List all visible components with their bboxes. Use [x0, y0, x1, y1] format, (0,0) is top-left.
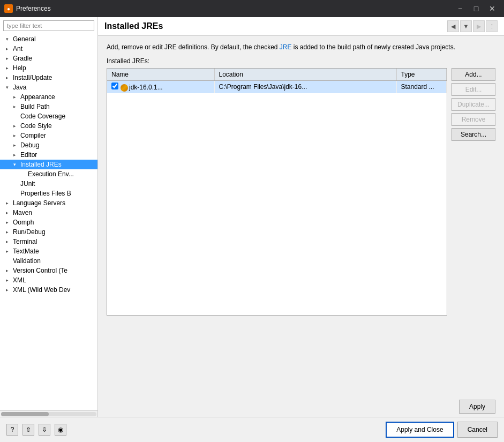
expand-arrow-general: ▾	[6, 36, 11, 42]
sidebar-item-validation[interactable]: Validation	[0, 256, 97, 266]
export-icon[interactable]: ⇧	[22, 424, 34, 436]
sidebar-item-label-xml: XML	[13, 276, 26, 284]
remove-button[interactable]: Remove	[452, 113, 495, 126]
expand-arrow-compiler: ▸	[13, 133, 19, 138]
nav-menu-button[interactable]: ⋮	[486, 20, 498, 32]
sidebar-item-general[interactable]: ▾General	[0, 34, 97, 44]
sidebar-item-install-update[interactable]: ▸Install/Update	[0, 73, 97, 83]
tree-area: ▾General▸Ant▸Gradle▸Help▸Install/Update▾…	[0, 34, 97, 410]
duplicate-button[interactable]: Duplicate...	[452, 98, 495, 111]
sidebar-item-label-execution-env: Execution Env...	[28, 170, 74, 178]
apply-and-close-button[interactable]: Apply and Close	[386, 422, 454, 438]
expand-arrow-gradle: ▸	[6, 56, 11, 61]
expand-arrow-ant: ▸	[6, 46, 11, 51]
sidebar-item-run-debug[interactable]: ▸Run/Debug	[0, 227, 97, 237]
sidebar-item-execution-env[interactable]: Execution Env...	[0, 169, 97, 179]
sidebar-item-xml-wild-web[interactable]: ▸XML (Wild Web Dev	[0, 285, 97, 295]
sidebar-item-label-xml-wild-web: XML (Wild Web Dev	[13, 286, 70, 294]
apply-button[interactable]: Apply	[459, 400, 495, 414]
search-button[interactable]: Search...	[452, 128, 495, 141]
expand-arrow-textmate: ▸	[6, 249, 11, 254]
sidebar-item-label-build-path: Build Path	[20, 103, 50, 110]
sidebar-item-debug[interactable]: ▸Debug	[0, 140, 97, 150]
help-icon[interactable]: ?	[6, 424, 18, 436]
scroll-track	[1, 412, 96, 416]
sidebar-item-appearance[interactable]: ▸Appearance	[0, 92, 97, 102]
sidebar-item-label-appearance: Appearance	[20, 93, 55, 101]
window-title: Preferences	[16, 5, 51, 12]
content-body: Add, remove or edit JRE definitions. By …	[98, 36, 504, 396]
sidebar-item-terminal[interactable]: ▸Terminal	[0, 237, 97, 246]
sidebar-item-code-style[interactable]: ▸Code Style	[0, 121, 97, 131]
sidebar-item-label-oomph: Oomph	[13, 219, 34, 226]
sidebar-item-label-validation: Validation	[13, 257, 41, 265]
expand-arrow-oomph: ▸	[6, 220, 11, 225]
expand-arrow-debug: ▸	[13, 143, 19, 148]
cancel-button[interactable]: Cancel	[457, 422, 498, 438]
sidebar-item-label-installed-jres: Installed JREs	[20, 161, 62, 168]
jre-checkbox[interactable]	[111, 83, 118, 89]
sidebar-item-label-gradle: Gradle	[13, 55, 32, 62]
sidebar-item-build-path[interactable]: ▸Build Path	[0, 102, 97, 111]
sidebar-item-oomph[interactable]: ▸Oomph	[0, 218, 97, 227]
sidebar-scrollbar[interactable]	[0, 410, 97, 417]
footer-buttons: Apply and Close Cancel	[386, 422, 498, 438]
table-section: Name Location Type jdk-16.0.1...C:\Progr…	[107, 68, 495, 316]
minimize-button[interactable]: −	[453, 1, 468, 16]
search-input[interactable]	[3, 20, 94, 31]
sidebar-item-help[interactable]: ▸Help	[0, 63, 97, 73]
nav-forward-button[interactable]: ▶	[473, 20, 485, 32]
col-header-location: Location	[214, 69, 396, 81]
expand-arrow-maven: ▸	[6, 210, 11, 215]
add-button[interactable]: Add...	[452, 68, 495, 81]
nav-back-button[interactable]: ◀	[447, 20, 459, 32]
sidebar-item-junit[interactable]: JUnit	[0, 179, 97, 189]
settings-icon[interactable]: ◉	[55, 424, 66, 436]
sidebar-item-textmate[interactable]: ▸TextMate	[0, 246, 97, 256]
sidebar-item-version-control[interactable]: ▸Version Control (Te	[0, 266, 97, 275]
expand-arrow-install-update: ▸	[6, 75, 11, 80]
footer: ? ⇧ ⇩ ◉ Apply and Close Cancel	[0, 417, 504, 442]
highlight-jre: JRE	[280, 43, 292, 51]
sidebar-item-editor[interactable]: ▸Editor	[0, 150, 97, 160]
sidebar-item-code-coverage[interactable]: Code Coverage	[0, 111, 97, 121]
sidebar-item-xml[interactable]: ▸XML	[0, 275, 97, 285]
maximize-button[interactable]: □	[469, 1, 484, 16]
expand-arrow-run-debug: ▸	[6, 229, 11, 235]
sidebar-item-compiler[interactable]: ▸Compiler	[0, 131, 97, 140]
jre-table-wrapper: Name Location Type jdk-16.0.1...C:\Progr…	[107, 68, 447, 316]
sidebar-item-label-code-style: Code Style	[20, 122, 52, 130]
expand-arrow-terminal: ▸	[6, 239, 11, 244]
expand-arrow-help: ▸	[6, 65, 11, 71]
edit-button[interactable]: Edit...	[452, 83, 495, 96]
sidebar-item-language-servers[interactable]: ▸Language Servers	[0, 198, 97, 208]
expand-arrow-editor: ▸	[13, 152, 19, 158]
sidebar-item-installed-jres[interactable]: ▾Installed JREs	[0, 160, 97, 169]
sidebar-item-java[interactable]: ▾Java	[0, 83, 97, 92]
page-title: Installed JREs	[104, 21, 163, 31]
expand-arrow-java: ▾	[6, 85, 11, 90]
sidebar-item-label-code-coverage: Code Coverage	[20, 113, 65, 120]
nav-dropdown-button[interactable]: ▼	[460, 20, 472, 32]
apply-area: Apply	[98, 396, 504, 417]
sidebar-item-label-install-update: Install/Update	[13, 74, 52, 81]
sidebar-item-ant[interactable]: ▸Ant	[0, 44, 97, 54]
content-area: Installed JREs ◀ ▼ ▶ ⋮ Add, remove or ed…	[98, 17, 504, 417]
navigation-buttons: ◀ ▼ ▶ ⋮	[447, 20, 498, 32]
sidebar-item-label-help: Help	[13, 64, 26, 72]
main-container: ▾General▸Ant▸Gradle▸Help▸Install/Update▾…	[0, 17, 504, 442]
jre-icon	[121, 84, 128, 92]
sidebar-item-label-properties-files: Properties Files B	[20, 190, 71, 197]
import-icon[interactable]: ⇩	[39, 424, 50, 436]
close-button[interactable]: ✕	[485, 1, 500, 16]
expand-arrow-language-servers: ▸	[6, 200, 11, 206]
table-row[interactable]: jdk-16.0.1...C:\Program Files\Java\jdk-1…	[107, 81, 446, 93]
sidebar-item-label-run-debug: Run/Debug	[13, 228, 46, 236]
description-text: Add, remove or edit JRE definitions. By …	[107, 42, 495, 52]
sidebar-item-maven[interactable]: ▸Maven	[0, 208, 97, 218]
sidebar-item-properties-files[interactable]: Properties Files B	[0, 189, 97, 198]
sidebar: ▾General▸Ant▸Gradle▸Help▸Install/Update▾…	[0, 17, 98, 417]
expand-arrow-code-style: ▸	[13, 123, 19, 129]
sidebar-item-label-compiler: Compiler	[20, 132, 46, 139]
sidebar-item-gradle[interactable]: ▸Gradle	[0, 54, 97, 63]
